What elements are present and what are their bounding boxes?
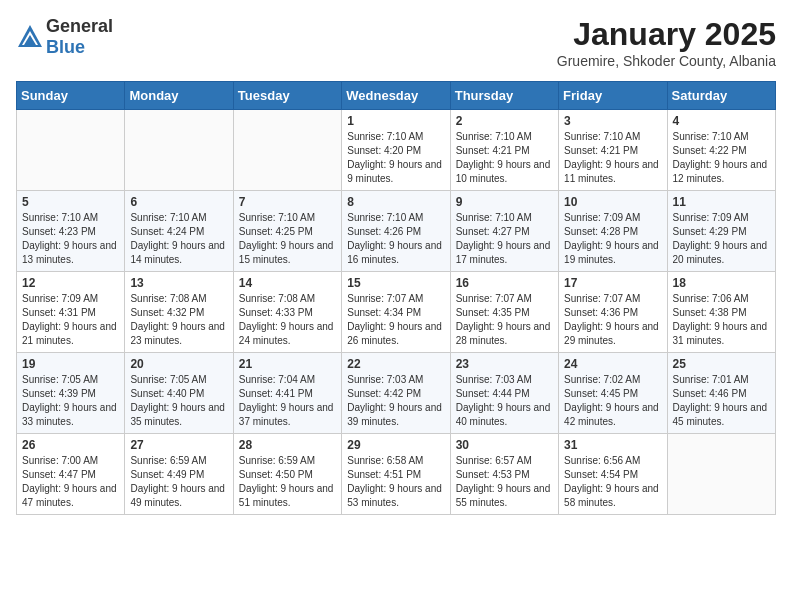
calendar-day-cell: 28Sunrise: 6:59 AMSunset: 4:50 PMDayligh… (233, 434, 341, 515)
day-number: 28 (239, 438, 336, 452)
calendar-day-cell: 11Sunrise: 7:09 AMSunset: 4:29 PMDayligh… (667, 191, 775, 272)
day-info: Sunrise: 7:10 AMSunset: 4:27 PMDaylight:… (456, 211, 553, 267)
month-title: January 2025 (557, 16, 776, 53)
calendar-day-cell: 6Sunrise: 7:10 AMSunset: 4:24 PMDaylight… (125, 191, 233, 272)
day-of-week-header: Wednesday (342, 82, 450, 110)
day-number: 22 (347, 357, 444, 371)
calendar-week-row: 1Sunrise: 7:10 AMSunset: 4:20 PMDaylight… (17, 110, 776, 191)
day-info: Sunrise: 6:56 AMSunset: 4:54 PMDaylight:… (564, 454, 661, 510)
logo-icon (16, 23, 44, 51)
day-info: Sunrise: 7:10 AMSunset: 4:21 PMDaylight:… (564, 130, 661, 186)
day-number: 13 (130, 276, 227, 290)
day-number: 17 (564, 276, 661, 290)
calendar-table: SundayMondayTuesdayWednesdayThursdayFrid… (16, 81, 776, 515)
day-info: Sunrise: 7:08 AMSunset: 4:32 PMDaylight:… (130, 292, 227, 348)
day-info: Sunrise: 7:00 AMSunset: 4:47 PMDaylight:… (22, 454, 119, 510)
day-info: Sunrise: 7:10 AMSunset: 4:24 PMDaylight:… (130, 211, 227, 267)
calendar-day-cell: 15Sunrise: 7:07 AMSunset: 4:34 PMDayligh… (342, 272, 450, 353)
calendar-day-cell: 2Sunrise: 7:10 AMSunset: 4:21 PMDaylight… (450, 110, 558, 191)
calendar-day-cell: 1Sunrise: 7:10 AMSunset: 4:20 PMDaylight… (342, 110, 450, 191)
day-of-week-header: Thursday (450, 82, 558, 110)
day-info: Sunrise: 7:02 AMSunset: 4:45 PMDaylight:… (564, 373, 661, 429)
calendar-week-row: 26Sunrise: 7:00 AMSunset: 4:47 PMDayligh… (17, 434, 776, 515)
calendar-day-cell: 19Sunrise: 7:05 AMSunset: 4:39 PMDayligh… (17, 353, 125, 434)
calendar-day-cell: 7Sunrise: 7:10 AMSunset: 4:25 PMDaylight… (233, 191, 341, 272)
day-info: Sunrise: 7:08 AMSunset: 4:33 PMDaylight:… (239, 292, 336, 348)
day-number: 8 (347, 195, 444, 209)
day-info: Sunrise: 7:09 AMSunset: 4:28 PMDaylight:… (564, 211, 661, 267)
calendar-day-cell: 24Sunrise: 7:02 AMSunset: 4:45 PMDayligh… (559, 353, 667, 434)
calendar-day-cell: 23Sunrise: 7:03 AMSunset: 4:44 PMDayligh… (450, 353, 558, 434)
calendar-day-cell: 9Sunrise: 7:10 AMSunset: 4:27 PMDaylight… (450, 191, 558, 272)
day-number: 2 (456, 114, 553, 128)
day-number: 31 (564, 438, 661, 452)
day-number: 5 (22, 195, 119, 209)
day-info: Sunrise: 7:03 AMSunset: 4:42 PMDaylight:… (347, 373, 444, 429)
day-number: 11 (673, 195, 770, 209)
day-of-week-header: Friday (559, 82, 667, 110)
day-number: 4 (673, 114, 770, 128)
day-number: 7 (239, 195, 336, 209)
calendar-day-cell: 25Sunrise: 7:01 AMSunset: 4:46 PMDayligh… (667, 353, 775, 434)
day-info: Sunrise: 7:01 AMSunset: 4:46 PMDaylight:… (673, 373, 770, 429)
day-info: Sunrise: 7:07 AMSunset: 4:34 PMDaylight:… (347, 292, 444, 348)
calendar-day-cell (233, 110, 341, 191)
day-info: Sunrise: 7:03 AMSunset: 4:44 PMDaylight:… (456, 373, 553, 429)
day-number: 26 (22, 438, 119, 452)
calendar-week-row: 5Sunrise: 7:10 AMSunset: 4:23 PMDaylight… (17, 191, 776, 272)
day-number: 12 (22, 276, 119, 290)
calendar-day-cell (667, 434, 775, 515)
calendar-day-cell: 10Sunrise: 7:09 AMSunset: 4:28 PMDayligh… (559, 191, 667, 272)
calendar-day-cell: 13Sunrise: 7:08 AMSunset: 4:32 PMDayligh… (125, 272, 233, 353)
calendar-day-cell: 20Sunrise: 7:05 AMSunset: 4:40 PMDayligh… (125, 353, 233, 434)
day-number: 1 (347, 114, 444, 128)
day-number: 27 (130, 438, 227, 452)
calendar-day-cell: 16Sunrise: 7:07 AMSunset: 4:35 PMDayligh… (450, 272, 558, 353)
calendar-day-cell (17, 110, 125, 191)
calendar-day-cell: 22Sunrise: 7:03 AMSunset: 4:42 PMDayligh… (342, 353, 450, 434)
calendar-week-row: 12Sunrise: 7:09 AMSunset: 4:31 PMDayligh… (17, 272, 776, 353)
day-number: 25 (673, 357, 770, 371)
calendar-day-cell: 5Sunrise: 7:10 AMSunset: 4:23 PMDaylight… (17, 191, 125, 272)
calendar-day-cell: 12Sunrise: 7:09 AMSunset: 4:31 PMDayligh… (17, 272, 125, 353)
day-info: Sunrise: 7:09 AMSunset: 4:29 PMDaylight:… (673, 211, 770, 267)
day-info: Sunrise: 7:10 AMSunset: 4:23 PMDaylight:… (22, 211, 119, 267)
day-info: Sunrise: 6:59 AMSunset: 4:50 PMDaylight:… (239, 454, 336, 510)
day-info: Sunrise: 6:59 AMSunset: 4:49 PMDaylight:… (130, 454, 227, 510)
day-number: 18 (673, 276, 770, 290)
calendar-day-cell: 3Sunrise: 7:10 AMSunset: 4:21 PMDaylight… (559, 110, 667, 191)
location-title: Gruemire, Shkoder County, Albania (557, 53, 776, 69)
day-of-week-header: Saturday (667, 82, 775, 110)
day-info: Sunrise: 7:10 AMSunset: 4:20 PMDaylight:… (347, 130, 444, 186)
logo: General Blue (16, 16, 113, 58)
day-number: 16 (456, 276, 553, 290)
day-info: Sunrise: 7:10 AMSunset: 4:21 PMDaylight:… (456, 130, 553, 186)
day-number: 20 (130, 357, 227, 371)
calendar-day-cell (125, 110, 233, 191)
day-info: Sunrise: 6:58 AMSunset: 4:51 PMDaylight:… (347, 454, 444, 510)
day-number: 6 (130, 195, 227, 209)
day-number: 23 (456, 357, 553, 371)
calendar-day-cell: 30Sunrise: 6:57 AMSunset: 4:53 PMDayligh… (450, 434, 558, 515)
day-number: 21 (239, 357, 336, 371)
day-info: Sunrise: 7:07 AMSunset: 4:35 PMDaylight:… (456, 292, 553, 348)
day-info: Sunrise: 7:10 AMSunset: 4:25 PMDaylight:… (239, 211, 336, 267)
day-number: 10 (564, 195, 661, 209)
day-number: 29 (347, 438, 444, 452)
day-of-week-header: Tuesday (233, 82, 341, 110)
day-of-week-header: Monday (125, 82, 233, 110)
calendar-header-row: SundayMondayTuesdayWednesdayThursdayFrid… (17, 82, 776, 110)
day-number: 24 (564, 357, 661, 371)
logo-general-text: General (46, 16, 113, 36)
day-number: 14 (239, 276, 336, 290)
day-info: Sunrise: 7:05 AMSunset: 4:39 PMDaylight:… (22, 373, 119, 429)
day-number: 3 (564, 114, 661, 128)
calendar-day-cell: 14Sunrise: 7:08 AMSunset: 4:33 PMDayligh… (233, 272, 341, 353)
calendar-week-row: 19Sunrise: 7:05 AMSunset: 4:39 PMDayligh… (17, 353, 776, 434)
day-info: Sunrise: 7:04 AMSunset: 4:41 PMDaylight:… (239, 373, 336, 429)
calendar-day-cell: 27Sunrise: 6:59 AMSunset: 4:49 PMDayligh… (125, 434, 233, 515)
calendar-day-cell: 8Sunrise: 7:10 AMSunset: 4:26 PMDaylight… (342, 191, 450, 272)
day-of-week-header: Sunday (17, 82, 125, 110)
calendar-day-cell: 21Sunrise: 7:04 AMSunset: 4:41 PMDayligh… (233, 353, 341, 434)
day-info: Sunrise: 7:10 AMSunset: 4:26 PMDaylight:… (347, 211, 444, 267)
